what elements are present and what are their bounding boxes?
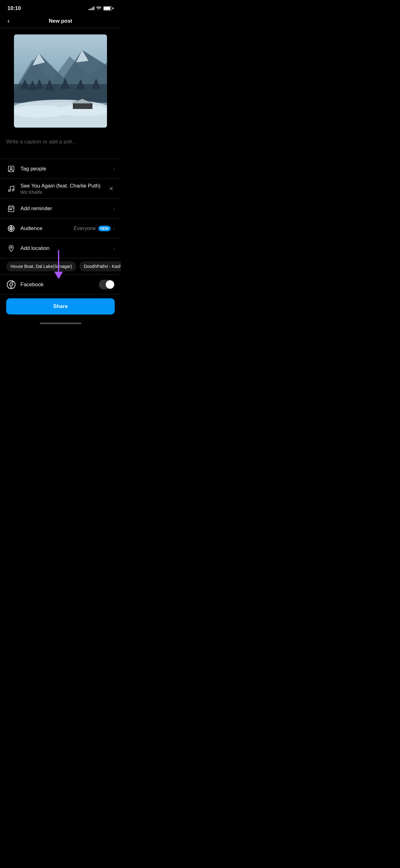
facebook-toggle[interactable] — [99, 280, 115, 289]
svg-rect-27 — [8, 206, 14, 212]
music-option[interactable]: See You Again (feat. Charlie Puth) Wiz K… — [0, 179, 121, 199]
location-right: › — [113, 246, 115, 251]
close-music-button[interactable]: ✕ — [108, 184, 115, 193]
home-indicator — [0, 319, 121, 330]
caption-area[interactable]: Write a caption or add a poll... — [0, 134, 121, 159]
location-option[interactable]: Add location › — [0, 239, 121, 258]
audience-label: Audience — [21, 225, 73, 231]
location-suggestions: House Boat, Dal Lake(Srinagar) DoodhPath… — [0, 258, 121, 275]
reminder-option[interactable]: Add reminder › — [0, 199, 121, 219]
options-list: Tag people › See You Again (feat. Charli… — [0, 159, 121, 258]
status-icons: 89 — [89, 6, 113, 10]
audience-icon — [6, 223, 16, 234]
chevron-right-icon: › — [113, 246, 115, 251]
reminder-label: Add reminder — [21, 206, 113, 212]
header: ‹ New post — [0, 16, 121, 28]
caption-placeholder: Write a caption or add a poll... — [6, 139, 76, 145]
svg-point-24 — [10, 167, 12, 169]
chevron-right-icon: › — [113, 166, 115, 172]
wifi-icon — [96, 6, 101, 10]
status-bar: 10:10 89 — [0, 0, 121, 16]
svg-point-25 — [8, 190, 10, 191]
facebook-option[interactable]: Facebook — [0, 275, 121, 294]
facebook-section: Facebook — [0, 275, 121, 294]
new-badge: NEW — [98, 226, 111, 231]
calendar-icon — [6, 204, 16, 214]
location-chip-2[interactable]: DoodhPathri - Kashmir (J&... — [79, 261, 121, 271]
location-chip-1[interactable]: House Boat, Dal Lake(Srinagar) — [6, 261, 76, 271]
signal-icon — [89, 6, 94, 10]
audience-right: Everyone NEW › — [73, 225, 115, 231]
post-image[interactable] — [14, 34, 107, 128]
page-title: New post — [49, 18, 72, 24]
location-label: Add location — [21, 245, 113, 251]
svg-rect-31 — [10, 209, 10, 210]
toggle-thumb — [106, 280, 114, 289]
share-button[interactable]: Share — [6, 298, 115, 314]
share-button-container: Share — [0, 294, 121, 319]
svg-point-26 — [12, 189, 14, 191]
svg-rect-32 — [11, 209, 11, 210]
svg-rect-22 — [14, 34, 107, 128]
music-icon — [6, 184, 16, 194]
chevron-right-icon: › — [113, 226, 115, 231]
music-content: See You Again (feat. Charlie Puth) Wiz K… — [21, 183, 108, 195]
tag-people-right: › — [113, 166, 115, 172]
tag-person-icon — [6, 164, 16, 174]
battery-icon: 89 — [103, 6, 113, 10]
svg-point-35 — [10, 247, 12, 248]
home-bar — [40, 322, 81, 324]
tag-people-option[interactable]: Tag people › — [0, 159, 121, 179]
audience-option[interactable]: Audience Everyone NEW › — [0, 219, 121, 239]
back-button[interactable]: ‹ — [6, 16, 11, 26]
facebook-label: Facebook — [21, 282, 99, 288]
status-time: 10:10 — [7, 5, 21, 11]
tag-people-label: Tag people — [21, 166, 113, 172]
chevron-right-icon: › — [113, 206, 115, 211]
music-right: ✕ — [108, 184, 115, 193]
image-container — [0, 28, 121, 134]
facebook-toggle-container[interactable] — [99, 280, 115, 289]
reminder-right: › — [113, 206, 115, 211]
facebook-icon — [6, 280, 16, 290]
location-icon — [6, 243, 16, 253]
